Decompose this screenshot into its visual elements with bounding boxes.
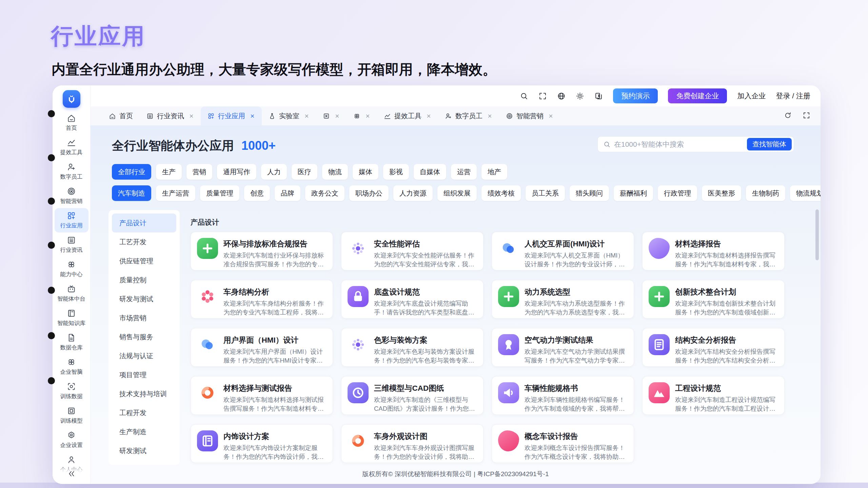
scene-chip[interactable]: 生产运营: [156, 185, 195, 201]
scene-chip[interactable]: 创意: [244, 185, 270, 201]
close-icon[interactable]: [304, 114, 309, 119]
close-icon[interactable]: [250, 114, 255, 119]
scene-chip[interactable]: 医美整形: [702, 185, 741, 201]
agent-card[interactable]: 安全性能评估欢迎来到汽车安全性能评估服务！作为您的汽车安全性能评估专家，我将为您…: [341, 232, 484, 270]
close-icon[interactable]: [487, 114, 492, 119]
scrollbar-thumb[interactable]: [815, 209, 819, 260]
agent-search-input[interactable]: [614, 140, 747, 148]
agent-card[interactable]: 空气动力学测试结果欢迎来到汽车空气动力学测试结果撰写服务！作为汽车空气动力学专家…: [492, 328, 634, 367]
agent-card[interactable]: 概念车设计报告欢迎来到概念车设计报告撰写服务！作为汽车概念设计专家，我将协助您完…: [492, 424, 634, 463]
tab-home[interactable]: 首页: [102, 106, 140, 125]
industry-chip[interactable]: 自媒体: [414, 164, 446, 180]
scene-chip[interactable]: 政务公文: [305, 185, 344, 201]
tab-gridplus[interactable]: 行业应用: [201, 106, 262, 125]
scene-chip[interactable]: 薪酬福利: [614, 185, 653, 201]
industry-chip[interactable]: 影视: [383, 164, 409, 180]
scene-chip[interactable]: 物流规划: [790, 185, 821, 201]
agent-card[interactable]: 环保与排放标准合规报告欢迎来到汽车制造行业环保与排放标准合规报告撰写服务！作为您…: [191, 232, 333, 270]
industry-chip[interactable]: 物流: [322, 164, 348, 180]
agent-card[interactable]: 人机交互界面(HMI)设计欢迎来到汽车人机交互界面（HMI）设计服务！作为您的专…: [492, 232, 634, 270]
agent-card[interactable]: 工程设计规范欢迎来到汽车制造工程设计规范编写服务！作为您的汽车制造工程设计专家，…: [642, 376, 785, 415]
tab-target[interactable]: 智能营销: [499, 106, 560, 125]
sidebar-item-target[interactable]: 智能营销: [55, 184, 88, 208]
close-icon[interactable]: [548, 114, 553, 119]
sidebar-item-clover[interactable]: 能力中心: [55, 257, 88, 281]
globe-button[interactable]: [557, 92, 566, 100]
scene-chip[interactable]: 猎头顾问: [570, 185, 609, 201]
submenu-item[interactable]: 研发与测试: [112, 289, 176, 308]
expand-button[interactable]: [803, 111, 810, 121]
scene-chip[interactable]: 员工关系: [526, 185, 565, 201]
sidebar-item-gridplus[interactable]: 行业应用: [55, 208, 88, 232]
app-logo-icon[interactable]: [63, 90, 80, 108]
agent-card[interactable]: 创新技术整合计划欢迎来到汽车制造创新技术整合计划服务！作为您的汽车制造领域创新技…: [642, 280, 785, 319]
login-register-link[interactable]: 登录 / 注册: [776, 91, 810, 101]
agent-card[interactable]: 车身外观设计图欢迎来到汽车车身外观设计图撰写服务！作为您的专业设计师，我将助您打…: [341, 424, 484, 463]
agent-card[interactable]: 用户界面（HMI）设计欢迎来到汽车用户界面（HMI）设计服务！作为您的汽车HMI…: [191, 328, 333, 367]
industry-chip[interactable]: 人力: [261, 164, 287, 180]
sidebar-collapse-button[interactable]: [53, 464, 91, 484]
submenu-item[interactable]: 工艺开发: [112, 232, 176, 251]
agent-card[interactable]: 三维模型与CAD图纸欢迎来到汽车制造的《三维模型与CAD图纸》方案设计服务！作为…: [341, 376, 484, 415]
sidebar-item-doc[interactable]: 数据仓库: [55, 330, 88, 354]
scene-chip[interactable]: 组织发展: [437, 185, 477, 201]
close-icon[interactable]: [426, 114, 431, 119]
scene-chip[interactable]: 职场办公: [349, 185, 389, 201]
scene-chip[interactable]: 质量管理: [200, 185, 239, 201]
close-icon[interactable]: [365, 114, 370, 119]
sidebar-item-news[interactable]: 行业资讯: [55, 232, 88, 257]
submenu-item[interactable]: 工程开发: [112, 403, 176, 422]
tab-boxx[interactable]: [316, 106, 347, 125]
sidebar-item-gear[interactable]: 企业设置: [55, 428, 88, 452]
tab-news[interactable]: 行业资讯: [140, 106, 201, 125]
agent-card[interactable]: 色彩与装饰方案欢迎来到汽车色彩与装饰方案设计服务！作为您的汽车色彩与装饰专家，我…: [341, 328, 484, 367]
tab-trend[interactable]: 提效工具: [377, 106, 438, 125]
scene-chip[interactable]: 汽车制造: [112, 185, 151, 201]
scene-chip[interactable]: 生物制药: [746, 185, 785, 201]
sidebar-item-clover[interactable]: 企业智脑: [55, 354, 88, 379]
agent-card[interactable]: 车辆性能规格书欢迎来到车辆性能规格书编写服务！作为汽车制造领域的专家，我将帮助您…: [492, 376, 634, 415]
submenu-item[interactable]: 产品设计: [112, 214, 176, 232]
industry-chip[interactable]: 营销: [186, 164, 212, 180]
agent-card[interactable]: 结构安全分析报告欢迎来到汽车结构安全分析报告撰写服务！作为您的汽车结构安全分析师…: [642, 328, 785, 367]
sidebar-item-home[interactable]: 首页: [55, 110, 88, 135]
tab-clover[interactable]: [347, 106, 377, 125]
agent-card[interactable]: 底盘设计规范欢迎来到汽车底盘设计规范编写助手！请告诉我您的汽车类型和底盘设计的特…: [341, 280, 484, 319]
sidebar-item-trend[interactable]: 提效工具: [55, 135, 88, 159]
close-icon[interactable]: [189, 114, 194, 119]
sidebar-item-userplus[interactable]: 数字员工: [55, 159, 88, 184]
scene-chip[interactable]: 绩效考核: [481, 185, 521, 201]
search-button[interactable]: [520, 92, 528, 100]
industry-chip[interactable]: 通用写作: [217, 164, 256, 180]
agent-card[interactable]: 动力系统选型欢迎来到汽车动力系统选型服务！作为您的汽车动力系统选型专家，我将帮助…: [492, 280, 634, 319]
find-agent-button[interactable]: 查找智能体: [747, 138, 792, 150]
industry-chip[interactable]: 生产: [156, 164, 182, 180]
scene-chip[interactable]: 人力资源: [393, 185, 433, 201]
agent-card[interactable]: 内饰设计方案欢迎来到汽车内饰设计方案制定服务！作为您的汽车内饰设计师，我将为您打…: [191, 424, 333, 463]
submenu-item[interactable]: 项目管理: [112, 365, 176, 384]
close-icon[interactable]: [335, 114, 340, 119]
scene-chip[interactable]: 行政管理: [658, 185, 697, 201]
submenu-item[interactable]: 研发测试: [112, 441, 176, 460]
sidebar-item-tv[interactable]: 智能体中台: [55, 281, 88, 306]
agent-card[interactable]: 材料选择与测试报告欢迎来到汽车制造材料选择与测试报告撰写服务！作为汽车制造材料专…: [191, 376, 333, 415]
agent-card[interactable]: 材料选择报告欢迎来到汽车制造材料选择报告撰写服务！作为汽车制造材料专家，我将帮助…: [642, 232, 785, 270]
industry-chip[interactable]: 医疗: [292, 164, 317, 180]
refresh-button[interactable]: [784, 111, 792, 121]
pages-button[interactable]: [594, 92, 603, 100]
industry-chip[interactable]: 全部行业: [112, 164, 151, 180]
submenu-item[interactable]: 技术支持与培训: [112, 384, 176, 403]
sidebar-item-book[interactable]: 智能知识库: [55, 306, 88, 330]
submenu-item[interactable]: 质量控制: [112, 270, 176, 289]
industry-chip[interactable]: 地产: [481, 164, 507, 180]
submenu-item[interactable]: 法规与认证: [112, 346, 176, 365]
sun-button[interactable]: [576, 92, 584, 100]
submenu-item[interactable]: 生产制造: [112, 422, 176, 441]
join-enterprise-link[interactable]: 加入企业: [737, 91, 766, 101]
industry-chip[interactable]: 媒体: [353, 164, 378, 180]
submenu-item[interactable]: 供应链管理: [112, 251, 176, 270]
sidebar-item-cube[interactable]: 训练模型: [55, 403, 88, 428]
submenu-item[interactable]: 市场营销: [112, 308, 176, 327]
submenu-item[interactable]: 销售与服务: [112, 327, 176, 346]
book-demo-button[interactable]: 预约演示: [613, 88, 658, 103]
